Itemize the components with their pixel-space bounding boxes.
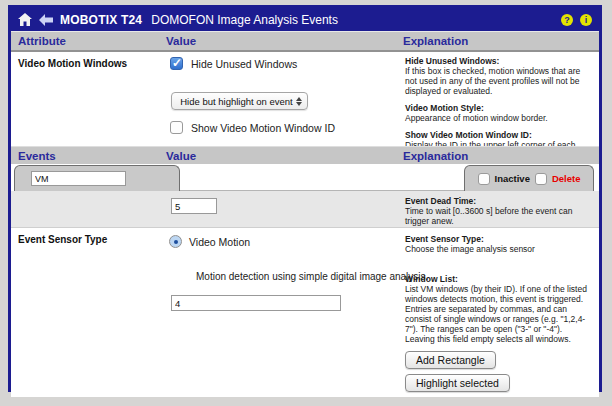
help-icon[interactable]: ?	[561, 14, 573, 26]
event-dead-time-input[interactable]	[171, 198, 217, 214]
event-sensor-type-label: Event Sensor Type	[11, 228, 159, 397]
explanation-body: Appearance of motion window border.	[405, 113, 548, 123]
delete-checkbox[interactable]	[535, 173, 547, 185]
explanation-block: Hide Unused Windows: If this box is chec…	[405, 56, 589, 96]
hide-unused-windows-option[interactable]: Hide Unused Windows	[170, 57, 396, 70]
show-window-id-option[interactable]: Show Video Motion Window ID	[170, 121, 396, 134]
home-icon[interactable]	[18, 13, 32, 26]
hide-unused-windows-label: Hide Unused Windows	[191, 58, 297, 70]
event-sensor-type-row: Event Sensor Type Video Motion Motion de…	[11, 228, 599, 397]
profile-state-tab: Inactive Delete	[464, 165, 594, 191]
column-explanation: Explanation	[396, 35, 599, 47]
video-motion-windows-row: Video Motion Windows Hide Unused Windows…	[11, 52, 599, 146]
hide-unused-windows-checkbox[interactable]	[170, 57, 183, 70]
video-motion-sensor-option[interactable]: Video Motion	[169, 235, 396, 248]
explanation-title: Hide Unused Windows:	[405, 56, 589, 66]
dead-time-attr-spacer	[11, 191, 159, 233]
tabstrip-spacer	[180, 165, 464, 191]
explanation-body: List VM windows (by their ID). If one of…	[405, 284, 587, 344]
show-window-id-checkbox[interactable]	[170, 121, 183, 134]
inactive-label: Inactive	[495, 173, 530, 184]
inactive-checkbox[interactable]	[478, 173, 490, 185]
title-bar: MOBOTIX T24 DOMOFON Image Analysis Event…	[11, 8, 599, 32]
info-icon[interactable]: i	[580, 14, 592, 26]
back-arrow-icon[interactable]	[39, 14, 53, 26]
delete-label: Delete	[552, 173, 581, 184]
event-profile-tabstrip: Inactive Delete	[11, 164, 599, 191]
select-stepper-icon	[296, 97, 302, 106]
explanation-title: Window List:	[405, 274, 589, 284]
table-header: Attribute Value Explanation	[11, 32, 599, 52]
explanation-body: Choose the image analysis sensor	[405, 244, 535, 254]
event-profile-tab[interactable]	[14, 165, 180, 191]
video-motion-radio[interactable]	[169, 235, 182, 248]
sensor-explanations: Event Sensor Type: Choose the image anal…	[396, 228, 599, 397]
explanation-body: Time to wait [0..3600 s] before the even…	[405, 206, 572, 226]
video-motion-style-value: Hide but highlight on event	[177, 96, 296, 107]
explanation-title: Show Video Motion Window ID:	[405, 130, 589, 140]
explanation-title: Event Dead Time:	[405, 196, 589, 206]
explanation-block: Window List: List VM windows (by their I…	[405, 274, 589, 344]
video-motion-radio-label: Video Motion	[189, 236, 250, 248]
window-list-input[interactable]	[171, 295, 341, 311]
page-title: DOMOFON Image Analysis Events	[151, 13, 338, 27]
explanation-title: Video Motion Style:	[405, 103, 589, 113]
add-rectangle-button[interactable]: Add Rectangle	[405, 351, 496, 369]
dead-time-explanation: Event Dead Time: Time to wait [0..3600 s…	[396, 191, 599, 233]
explanation-block: Event Sensor Type: Choose the image anal…	[405, 234, 589, 254]
events-explanation-label: Explanation	[396, 150, 599, 162]
explanation-block: Video Motion Style: Appearance of motion…	[405, 103, 589, 123]
event-dead-time-row: Event Dead Time: Time to wait [0..3600 s…	[11, 191, 599, 228]
profile-name-input[interactable]	[31, 171, 126, 186]
video-motion-style-select[interactable]: Hide but highlight on event	[171, 92, 308, 110]
highlight-selected-button[interactable]: Highlight selected	[405, 374, 510, 392]
events-header-label: Events	[11, 150, 159, 162]
column-value: Value	[159, 35, 396, 47]
sensor-description: Motion detection using simple digital im…	[196, 271, 396, 282]
explanation-body: If this box is checked, motion windows t…	[405, 66, 580, 96]
explanation-title: Event Sensor Type:	[405, 234, 589, 244]
show-window-id-label: Show Video Motion Window ID	[191, 122, 335, 134]
app-window: MOBOTIX T24 DOMOFON Image Analysis Event…	[8, 5, 602, 392]
events-section-header: Events Value Explanation	[11, 146, 599, 164]
events-value-label: Value	[159, 150, 396, 162]
camera-model: MOBOTIX T24	[60, 13, 142, 27]
column-attribute: Attribute	[11, 35, 159, 47]
